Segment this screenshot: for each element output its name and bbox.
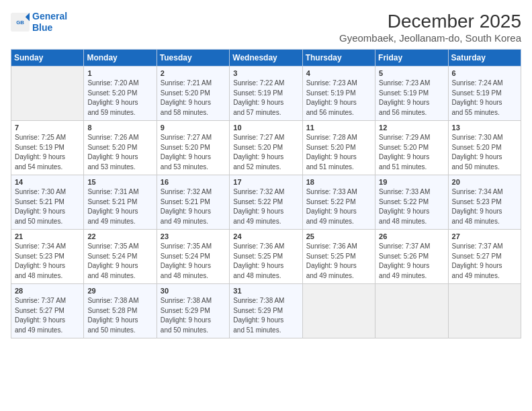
cell-content: Sunrise: 7:30 AMSunset: 5:20 PMDaylight:… [452,133,517,172]
page-header: GB General Blue December 2025 Gyeombaek,… [11,11,521,44]
calendar-cell: 20Sunrise: 7:34 AMSunset: 5:23 PMDayligh… [448,175,521,230]
day-number: 17 [233,178,298,186]
day-number: 6 [452,69,517,77]
calendar-cell: 12Sunrise: 7:29 AMSunset: 5:20 PMDayligh… [375,121,448,175]
logo-icon: GB [11,13,30,32]
day-number: 12 [379,124,444,132]
day-number: 4 [306,69,371,77]
calendar-week-row: 28Sunrise: 7:37 AMSunset: 5:27 PMDayligh… [11,284,521,338]
calendar-cell: 18Sunrise: 7:33 AMSunset: 5:22 PMDayligh… [302,175,375,230]
calendar-title: December 2025 [339,11,521,32]
col-header-saturday: Saturday [448,50,521,66]
logo-text: General Blue [32,11,67,34]
day-number: 14 [15,178,80,186]
calendar-cell [448,284,521,338]
cell-content: Sunrise: 7:23 AMSunset: 5:19 PMDaylight:… [306,79,371,118]
day-number: 1 [87,69,152,77]
calendar-cell: 28Sunrise: 7:37 AMSunset: 5:27 PMDayligh… [11,284,84,338]
calendar-cell: 25Sunrise: 7:36 AMSunset: 5:25 PMDayligh… [302,230,375,284]
day-number: 19 [379,178,444,186]
cell-content: Sunrise: 7:38 AMSunset: 5:29 PMDaylight:… [233,296,298,335]
day-number: 15 [87,178,152,186]
cell-content: Sunrise: 7:37 AMSunset: 5:27 PMDaylight:… [15,296,80,335]
calendar-cell: 2Sunrise: 7:21 AMSunset: 5:20 PMDaylight… [157,66,229,121]
calendar-cell: 9Sunrise: 7:27 AMSunset: 5:20 PMDaylight… [157,121,229,175]
calendar-cell: 24Sunrise: 7:36 AMSunset: 5:25 PMDayligh… [230,230,302,284]
calendar-cell: 4Sunrise: 7:23 AMSunset: 5:19 PMDaylight… [302,66,375,121]
day-number: 7 [15,124,80,132]
cell-content: Sunrise: 7:34 AMSunset: 5:23 PMDaylight:… [15,242,80,281]
calendar-header-row: SundayMondayTuesdayWednesdayThursdayFrid… [11,50,521,66]
col-header-sunday: Sunday [11,50,84,66]
cell-content: Sunrise: 7:26 AMSunset: 5:20 PMDaylight:… [87,133,152,172]
calendar-cell: 10Sunrise: 7:27 AMSunset: 5:20 PMDayligh… [230,121,302,175]
calendar-cell: 8Sunrise: 7:26 AMSunset: 5:20 PMDaylight… [84,121,157,175]
cell-content: Sunrise: 7:34 AMSunset: 5:23 PMDaylight:… [452,187,517,226]
col-header-wednesday: Wednesday [230,50,302,66]
calendar-cell: 31Sunrise: 7:38 AMSunset: 5:29 PMDayligh… [230,284,302,338]
cell-content: Sunrise: 7:29 AMSunset: 5:20 PMDaylight:… [379,133,444,172]
cell-content: Sunrise: 7:32 AMSunset: 5:22 PMDaylight:… [233,187,298,226]
day-number: 28 [15,287,80,295]
day-number: 11 [306,124,371,132]
calendar-cell: 23Sunrise: 7:35 AMSunset: 5:24 PMDayligh… [157,230,229,284]
calendar-cell: 11Sunrise: 7:28 AMSunset: 5:20 PMDayligh… [302,121,375,175]
calendar-cell: 21Sunrise: 7:34 AMSunset: 5:23 PMDayligh… [11,230,84,284]
calendar-cell: 3Sunrise: 7:22 AMSunset: 5:19 PMDaylight… [230,66,302,121]
col-header-tuesday: Tuesday [157,50,229,66]
cell-content: Sunrise: 7:22 AMSunset: 5:19 PMDaylight:… [233,79,298,118]
logo-line1: General [32,11,67,21]
cell-content: Sunrise: 7:32 AMSunset: 5:21 PMDaylight:… [161,187,226,226]
day-number: 5 [379,69,444,77]
cell-content: Sunrise: 7:30 AMSunset: 5:21 PMDaylight:… [15,187,80,226]
day-number: 3 [233,69,298,77]
calendar-cell: 27Sunrise: 7:37 AMSunset: 5:27 PMDayligh… [448,230,521,284]
calendar-cell: 5Sunrise: 7:23 AMSunset: 5:19 PMDaylight… [375,66,448,121]
calendar-cell: 1Sunrise: 7:20 AMSunset: 5:20 PMDaylight… [84,66,157,121]
calendar-cell: 29Sunrise: 7:38 AMSunset: 5:28 PMDayligh… [84,284,157,338]
cell-content: Sunrise: 7:36 AMSunset: 5:25 PMDaylight:… [306,242,371,281]
cell-content: Sunrise: 7:31 AMSunset: 5:21 PMDaylight:… [87,187,152,226]
cell-content: Sunrise: 7:37 AMSunset: 5:27 PMDaylight:… [452,242,517,281]
calendar-week-row: 14Sunrise: 7:30 AMSunset: 5:21 PMDayligh… [11,175,521,230]
calendar-cell: 26Sunrise: 7:37 AMSunset: 5:26 PMDayligh… [375,230,448,284]
cell-content: Sunrise: 7:27 AMSunset: 5:20 PMDaylight:… [233,133,298,172]
day-number: 27 [452,232,517,240]
calendar-subtitle: Gyeombaek, Jeollanam-do, South Korea [339,32,521,44]
svg-text:GB: GB [16,19,24,26]
calendar-cell [302,284,375,338]
calendar-week-row: 1Sunrise: 7:20 AMSunset: 5:20 PMDaylight… [11,66,521,121]
cell-content: Sunrise: 7:36 AMSunset: 5:25 PMDaylight:… [233,242,298,281]
calendar-table: SundayMondayTuesdayWednesdayThursdayFrid… [11,49,521,338]
calendar-cell: 16Sunrise: 7:32 AMSunset: 5:21 PMDayligh… [157,175,229,230]
cell-content: Sunrise: 7:27 AMSunset: 5:20 PMDaylight:… [161,133,226,172]
calendar-cell: 6Sunrise: 7:24 AMSunset: 5:19 PMDaylight… [448,66,521,121]
cell-content: Sunrise: 7:37 AMSunset: 5:26 PMDaylight:… [379,242,444,281]
calendar-cell: 19Sunrise: 7:33 AMSunset: 5:22 PMDayligh… [375,175,448,230]
calendar-cell: 7Sunrise: 7:25 AMSunset: 5:19 PMDaylight… [11,121,84,175]
calendar-cell: 30Sunrise: 7:38 AMSunset: 5:29 PMDayligh… [157,284,229,338]
cell-content: Sunrise: 7:20 AMSunset: 5:20 PMDaylight:… [87,79,152,118]
day-number: 31 [233,287,298,295]
day-number: 22 [87,232,152,240]
col-header-monday: Monday [84,50,157,66]
calendar-cell [375,284,448,338]
cell-content: Sunrise: 7:25 AMSunset: 5:19 PMDaylight:… [15,133,80,172]
day-number: 18 [306,178,371,186]
day-number: 13 [452,124,517,132]
day-number: 24 [233,232,298,240]
cell-content: Sunrise: 7:33 AMSunset: 5:22 PMDaylight:… [379,187,444,226]
day-number: 20 [452,178,517,186]
day-number: 9 [161,124,226,132]
cell-content: Sunrise: 7:38 AMSunset: 5:28 PMDaylight:… [87,296,152,335]
day-number: 2 [161,69,226,77]
cell-content: Sunrise: 7:24 AMSunset: 5:19 PMDaylight:… [452,79,517,118]
cell-content: Sunrise: 7:21 AMSunset: 5:20 PMDaylight:… [161,79,226,118]
day-number: 29 [87,287,152,295]
day-number: 23 [161,232,226,240]
cell-content: Sunrise: 7:35 AMSunset: 5:24 PMDaylight:… [87,242,152,281]
calendar-cell: 22Sunrise: 7:35 AMSunset: 5:24 PMDayligh… [84,230,157,284]
logo-line2: Blue [32,22,52,33]
day-number: 25 [306,232,371,240]
calendar-cell [11,66,84,121]
